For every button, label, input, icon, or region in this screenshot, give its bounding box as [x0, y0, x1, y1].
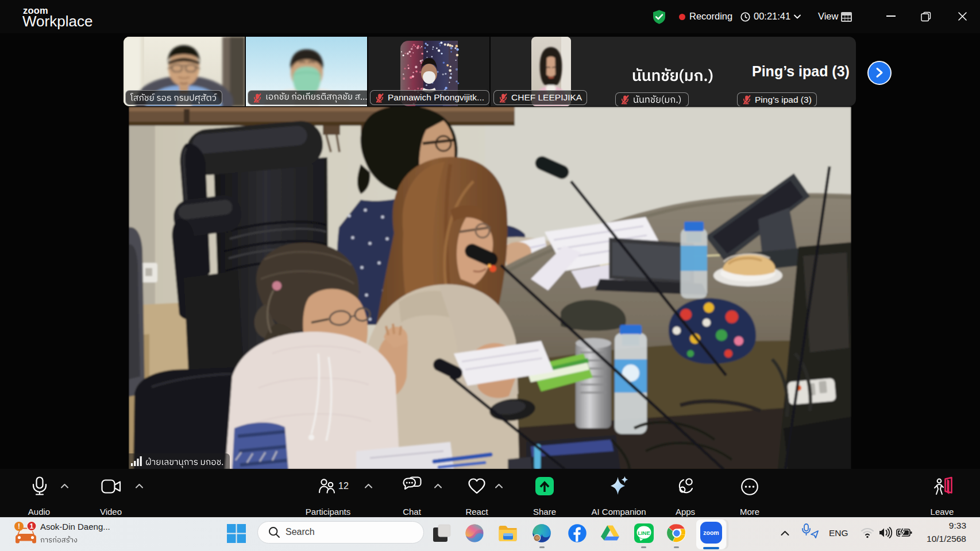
svg-text:1: 1: [30, 522, 34, 530]
svg-text:LINE: LINE: [638, 530, 650, 536]
svg-text:!: !: [18, 522, 20, 530]
